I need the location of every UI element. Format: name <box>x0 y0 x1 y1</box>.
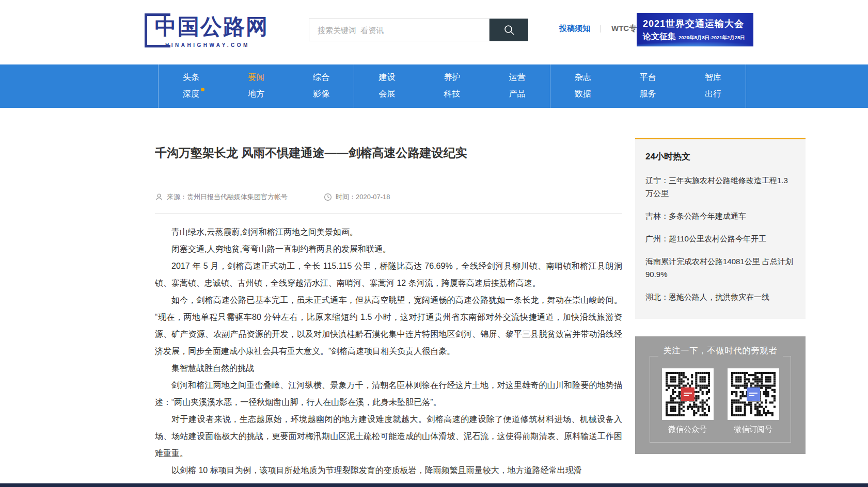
qr-row: 微信公众号 微信订阅号 <box>635 368 806 434</box>
nav-col-yunying-chanpin: 运营 产品 <box>485 64 550 108</box>
search-input[interactable] <box>309 19 490 41</box>
author-icon <box>155 193 163 201</box>
banner-cta: 论文征集 <box>643 31 676 42</box>
page: 中国公路网 HINAHIGHWAY.COM 投稿须知 WTC专题 2021世界交… <box>0 0 868 487</box>
paragraph: 闭塞交通,人穷地贫,弯弯山路一直制约着两县的发展和联通。 <box>155 240 622 257</box>
wechat-subscription-qr-code <box>728 368 779 420</box>
article: 千沟万壑架长龙 风雨不惧建通途——剑榕高速公路建设纪实 来源：贵州日报当代融媒体… <box>155 108 622 483</box>
nav-item-pingtai[interactable]: 平台 <box>640 72 656 83</box>
follow-title: 关注一下，不做时代的旁观者 <box>658 346 783 356</box>
nav-item-zhiku[interactable]: 智库 <box>705 72 721 83</box>
nav-item-yingxiang[interactable]: 影像 <box>313 89 329 99</box>
hot-article-link[interactable]: 吉林：多条公路今年建成通车 <box>645 209 795 222</box>
search-button[interactable] <box>490 19 528 41</box>
clock-icon <box>324 193 332 201</box>
banner-title: 2021世界交通运输大会 <box>643 18 753 30</box>
nav-item-yanghu[interactable]: 养护 <box>444 72 460 83</box>
nav-col-pingtai-fuwu: 平台 服务 <box>616 64 681 108</box>
meta-divider <box>155 213 622 214</box>
logo-title: 中国公路网 <box>155 12 269 41</box>
paragraph: 如今，剑榕高速公路已基本完工，虽未正式通车，但从高空眺望，宽阔通畅的高速公路犹如… <box>155 291 622 360</box>
nav-item-zazhi[interactable]: 杂志 <box>575 72 591 83</box>
nav-group-2: 建设 会展 养护 科技 运营 产品 <box>354 64 549 108</box>
hot-articles-title: 24小时热文 <box>645 151 795 163</box>
hot-article-link[interactable]: 广州：超110公里农村公路今年开工 <box>645 232 795 245</box>
paragraph: 对于建设者来说，生态越原始，环境越幽闭的地方建设难度就越大。剑榕高速的建设除了便… <box>155 411 622 462</box>
nav-item-shendu[interactable]: 深度 <box>183 89 199 99</box>
nav-col-zazhi-shuju: 杂志 数据 <box>550 64 616 108</box>
article-body: 青山绿水,云蒸霞蔚,剑河和榕江两地之间美景如画。 闭塞交通,人穷地贫,弯弯山路一… <box>155 223 622 479</box>
paragraph-subheading: 集智慧战胜自然的挑战 <box>155 360 622 377</box>
qr-code-image <box>731 372 776 416</box>
header-links: 投稿须知 WTC专题 <box>559 24 644 34</box>
nav-col-toutiao-shendu: 头条 深度 <box>159 64 224 108</box>
paragraph: 以剑榕 10 标项目为例，该项目所处地质为节理裂隙发育的变质板岩，降雨频繁且雨量… <box>155 462 622 479</box>
hot-articles-panel: 24小时热文 辽宁：三年实施农村公路维修改造工程1.3万公里 吉林：多条公路今年… <box>635 138 806 319</box>
paragraph: 青山绿水,云蒸霞蔚,剑河和榕江两地之间美景如画。 <box>155 223 622 240</box>
qr-label: 微信公众号 <box>668 425 707 434</box>
nav-col-jianshe-huizhan: 建设 会展 <box>354 64 419 108</box>
nav-item-chuxing[interactable]: 出行 <box>705 89 721 99</box>
nav-group-3: 杂志 数据 平台 服务 智库 出行 <box>550 64 746 108</box>
article-source: 来源：贵州日报当代融媒体集团官方帐号 <box>155 192 288 202</box>
nav-item-chanpin[interactable]: 产品 <box>509 89 526 99</box>
search-bar <box>309 19 528 41</box>
paragraph: 剑河和榕江两地之间重峦叠嶂、江河纵横、景象万千，清朝名臣林则徐在行经这片土地，对… <box>155 377 622 411</box>
main-nav: 头条 深度 要闻 地方 综合 影像 建设 会展 养护 <box>0 64 868 108</box>
hot-article-link[interactable]: 海南累计完成农村公路14081公里 占总计划90.9% <box>645 255 795 281</box>
logo-subtitle: HINAHIGHWAY.COM <box>165 42 250 48</box>
article-title: 千沟万壑架长龙 风雨不惧建通途——剑榕高速公路建设纪实 <box>155 108 622 160</box>
qr-item-subscription-account: 微信订阅号 <box>728 368 779 434</box>
nav-item-yunying[interactable]: 运营 <box>509 72 526 83</box>
site-header: 中国公路网 HINAHIGHWAY.COM 投稿须知 WTC专题 2021世界交… <box>0 0 868 64</box>
article-meta: 来源：贵州日报当代融媒体集团官方帐号 时间：2020-07-18 <box>155 192 622 202</box>
submission-notice-link[interactable]: 投稿须知 <box>559 24 590 34</box>
nav-col-yaowen-difang: 要闻 地方 <box>224 64 289 108</box>
footer-strip <box>0 483 868 487</box>
nav-item-shuju[interactable]: 数据 <box>575 89 591 99</box>
article-source-text: 来源：贵州日报当代融媒体集团官方帐号 <box>167 192 288 202</box>
follow-panel: 关注一下，不做时代的旁观者 微信公众号 微信订阅号 <box>635 336 806 454</box>
qr-code-image <box>666 372 710 416</box>
article-time: 时间：2020-07-18 <box>324 192 390 202</box>
nav-item-fuwu[interactable]: 服务 <box>640 89 656 99</box>
search-icon <box>503 24 515 36</box>
nav-col-zhiku-chuxing: 智库 出行 <box>681 64 746 108</box>
nav-item-huizhan[interactable]: 会展 <box>378 89 395 99</box>
site-logo[interactable]: 中国公路网 HINAHIGHWAY.COM <box>145 12 263 53</box>
hot-article-link[interactable]: 辽宁：三年实施农村公路维修改造工程1.3万公里 <box>645 174 795 200</box>
nav-col-yanghu-keji: 养护 科技 <box>419 64 484 108</box>
paragraph: 2017 年 5 月，剑榕高速正式动工，全长 115.115 公里，桥隧比高达 … <box>155 257 622 291</box>
wechat-official-qr-code <box>662 368 714 420</box>
links-divider <box>601 25 601 33</box>
qr-label: 微信订阅号 <box>734 425 772 434</box>
nav-col-zonghe-yingxiang: 综合 影像 <box>289 64 354 108</box>
nav-item-jianshe[interactable]: 建设 <box>378 72 395 83</box>
nav-group-1: 头条 深度 要闻 地方 综合 影像 <box>158 64 354 108</box>
article-time-text: 时间：2020-07-18 <box>336 192 390 202</box>
qr-item-official-account: 微信公众号 <box>662 368 714 434</box>
hot-article-link[interactable]: 湖北：恩施公路人，抗洪救灾在一线 <box>645 290 795 303</box>
nav-item-yaowen-active[interactable]: 要闻 <box>248 72 264 83</box>
new-dot-icon <box>201 88 204 91</box>
wtc-conference-banner[interactable]: 2021世界交通运输大会 论文征集 2020年5月8日-2021年2月28日 <box>637 13 753 46</box>
nav-item-zonghe[interactable]: 综合 <box>313 72 329 83</box>
banner-date: 2020年5月8日-2021年2月28日 <box>678 35 745 41</box>
nav-item-keji[interactable]: 科技 <box>444 89 460 99</box>
nav-item-toutiao[interactable]: 头条 <box>183 72 199 83</box>
nav-item-difang[interactable]: 地方 <box>248 89 264 99</box>
